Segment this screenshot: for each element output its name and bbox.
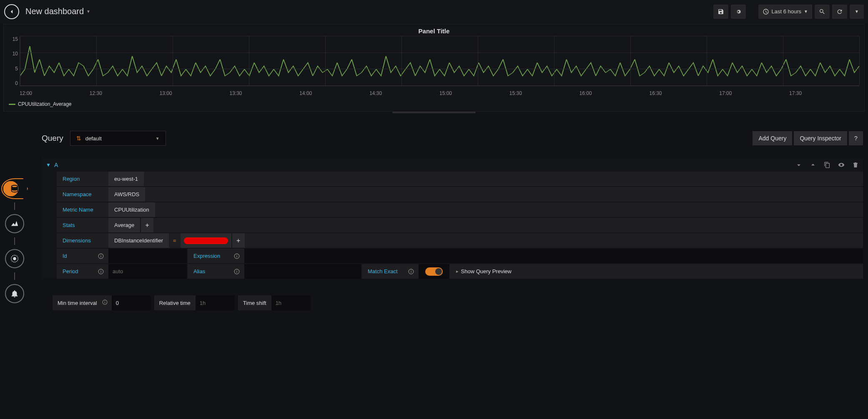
info-icon[interactable] (229, 264, 244, 279)
period-input[interactable] (108, 264, 187, 279)
value-region[interactable]: eu-west-1 (108, 172, 144, 186)
collapse-icon[interactable]: ▼ (46, 162, 51, 168)
query-editor: Query ⇅ default ▼ Add Query Query Inspec… (42, 131, 863, 310)
label-expression: Expression (188, 249, 229, 263)
tab-queries[interactable] (5, 179, 24, 198)
query-row-a: ▼ A Region eu-west-1 Namespace AWS/RDS (42, 158, 863, 279)
zoom-out-button[interactable] (815, 5, 830, 19)
resize-handle[interactable] (0, 112, 868, 114)
value-namespace[interactable]: AWS/RDS (108, 187, 145, 202)
info-icon[interactable] (102, 299, 112, 306)
datasource-icon: ⇅ (76, 135, 81, 142)
datasource-select[interactable]: ⇅ default ▼ (70, 131, 166, 146)
tab-visualization[interactable] (5, 214, 24, 233)
tab-alert[interactable] (5, 284, 24, 303)
label-period: Period (57, 264, 93, 279)
relative-time-input[interactable] (196, 295, 235, 310)
label-stats: Stats (57, 218, 108, 232)
label-min-interval: Min time interval (53, 300, 102, 306)
info-icon[interactable] (404, 264, 419, 279)
chevron-down-icon: ▼ (156, 136, 160, 141)
datasource-label: default (85, 135, 151, 142)
id-input[interactable] (108, 249, 187, 263)
panel-title: Panel Title (4, 24, 864, 36)
info-icon[interactable] (93, 264, 108, 279)
add-dimension-button[interactable]: + (232, 233, 245, 248)
chevron-down-icon: ▼ (804, 9, 808, 14)
save-button[interactable] (713, 5, 728, 19)
panel: Panel Title 151050 12:0012:3013:0013:301… (3, 24, 865, 112)
time-shift-input[interactable] (271, 295, 311, 310)
dimension-key[interactable]: DBInstanceIdentifier (108, 233, 169, 248)
add-query-button[interactable]: Add Query (753, 131, 792, 145)
label-id: Id (57, 249, 93, 263)
query-letter: A (54, 162, 58, 168)
tab-general[interactable] (5, 249, 24, 268)
time-options-row: Min time interval Relative time Time shi… (53, 295, 863, 310)
chevron-down-icon: ▼ (855, 9, 859, 14)
label-namespace: Namespace (57, 187, 108, 202)
eye-icon[interactable] (838, 162, 845, 168)
add-stat-button[interactable]: + (141, 218, 153, 232)
svg-point-1 (13, 257, 16, 260)
legend-swatch (9, 104, 15, 105)
clock-icon (763, 8, 769, 15)
query-section-title: Query (42, 134, 63, 143)
side-nav (0, 179, 29, 303)
back-button[interactable] (4, 4, 19, 19)
dimension-equals: = (169, 233, 181, 248)
dashboard-title[interactable]: New dashboard ▼ (25, 7, 90, 16)
query-inspector-button[interactable]: Query Inspector (794, 131, 847, 145)
label-metric: Metric Name (57, 202, 108, 217)
alias-input[interactable] (244, 264, 361, 279)
move-up-icon[interactable] (810, 162, 816, 168)
topbar: New dashboard ▼ Last 6 hours ▼ ▼ (0, 0, 868, 23)
dashboard-title-text: New dashboard (25, 7, 84, 16)
chart-legend: CPUUtilization_Average (4, 99, 864, 111)
move-down-icon[interactable] (795, 162, 802, 168)
label-alias: Alias (188, 264, 229, 279)
timerange-picker[interactable]: Last 6 hours ▼ (758, 5, 812, 19)
query-help-button[interactable]: ? (849, 131, 863, 145)
settings-button[interactable] (731, 5, 746, 19)
timerange-text: Last 6 hours (772, 8, 802, 15)
legend-label: CPUUtilization_Average (18, 101, 72, 107)
chart: 151050 12:0012:3013:0013:3014:0014:3015:… (4, 36, 864, 99)
value-stats[interactable]: Average (108, 218, 140, 232)
info-icon[interactable] (93, 249, 108, 263)
label-time-shift: Time shift (238, 300, 271, 306)
label-match-exact: Match Exact (362, 264, 404, 279)
label-dimensions: Dimensions (57, 233, 108, 248)
min-interval-input[interactable] (112, 295, 151, 310)
label-region: Region (57, 172, 108, 186)
expression-input[interactable] (244, 249, 863, 263)
value-metric[interactable]: CPUUtilization (108, 202, 155, 217)
dimension-value[interactable] (181, 233, 231, 248)
show-query-preview[interactable]: Show Query Preview (449, 264, 518, 279)
label-relative-time: Relative time (154, 300, 196, 306)
trash-icon[interactable] (852, 162, 859, 168)
info-icon[interactable] (229, 249, 244, 263)
refresh-button[interactable] (832, 5, 847, 19)
refresh-interval-button[interactable]: ▼ (850, 5, 864, 19)
duplicate-icon[interactable] (824, 162, 830, 168)
chevron-down-icon: ▼ (86, 9, 90, 14)
match-exact-toggle[interactable] (425, 267, 443, 276)
